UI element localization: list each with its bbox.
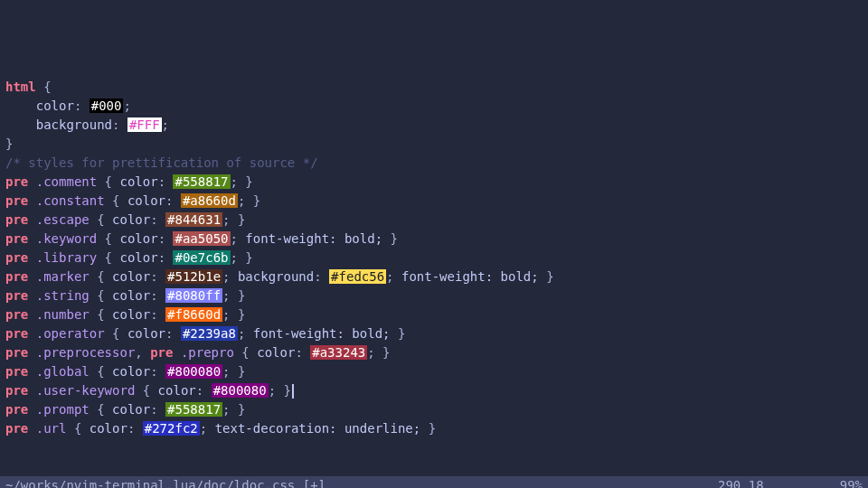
code-line[interactable]: pre .library { color: #0e7c6b; } — [5, 249, 863, 267]
color-swatch: #558817 — [165, 402, 222, 417]
color-swatch: #844631 — [165, 212, 222, 227]
status-scroll-percent: 99% — [817, 476, 863, 488]
code-line[interactable]: background: #FFF; — [5, 116, 863, 135]
code-editor-viewport[interactable]: html { color: #000; background: #FFF;}/*… — [0, 76, 868, 438]
color-swatch: #a33243 — [310, 345, 367, 360]
code-line[interactable]: pre .string { color: #8080ff; } — [5, 286, 863, 305]
color-swatch: #800080 — [165, 364, 222, 379]
code-line[interactable]: color: #000; — [5, 97, 863, 116]
code-line[interactable]: pre .operator { color: #2239a8; font-wei… — [5, 324, 863, 343]
color-swatch: #000 — [90, 99, 124, 113]
status-modified-flag: [+] — [303, 478, 326, 488]
code-line[interactable]: } — [5, 135, 863, 154]
code-line[interactable]: pre .prompt { color: #558817; } — [5, 400, 863, 419]
code-line[interactable]: html { — [5, 78, 863, 97]
status-bar: ~/works/nvim-terminal.lua/doc/ldoc.css [… — [0, 476, 868, 488]
color-swatch: #FFF — [127, 117, 162, 132]
code-line[interactable]: pre .keyword { color: #aa5050; font-weig… — [5, 230, 863, 249]
status-file-path: ~/works/nvim-terminal.lua/doc/ldoc.css — [5, 478, 295, 488]
code-line[interactable]: pre .preprocessor, pre .prepro { color: … — [5, 343, 863, 362]
color-swatch: #272fc2 — [143, 421, 200, 436]
code-line[interactable]: pre .url { color: #272fc2; text-decorati… — [5, 419, 863, 438]
code-line[interactable]: pre .number { color: #f8660d; } — [5, 305, 863, 324]
status-cursor-position: 290,18 — [718, 476, 817, 488]
code-line[interactable]: pre .constant { color: #a8660d; } — [5, 192, 863, 211]
color-swatch: #fedc56 — [329, 269, 386, 284]
color-swatch: #558817 — [173, 174, 230, 189]
text-cursor — [292, 384, 294, 399]
color-swatch: #f8660d — [165, 307, 222, 322]
code-line[interactable]: pre .comment { color: #558817; } — [5, 173, 863, 192]
color-swatch: #800080 — [212, 383, 269, 398]
color-swatch: #8080ff — [165, 288, 222, 303]
code-line[interactable]: pre .global { color: #800080; } — [5, 362, 863, 381]
color-swatch: #2239a8 — [181, 326, 238, 341]
code-line[interactable]: pre .user-keyword { color: #800080; } — [5, 381, 863, 400]
color-swatch: #0e7c6b — [173, 250, 230, 265]
color-swatch: #aa5050 — [173, 231, 230, 246]
code-line[interactable]: pre .marker { color: #512b1e; background… — [5, 267, 863, 286]
code-line[interactable]: /* styles for prettification of source *… — [5, 154, 863, 173]
color-swatch: #512b1e — [165, 269, 222, 284]
code-line[interactable]: pre .escape { color: #844631; } — [5, 211, 863, 230]
color-swatch: #a8660d — [181, 193, 238, 208]
